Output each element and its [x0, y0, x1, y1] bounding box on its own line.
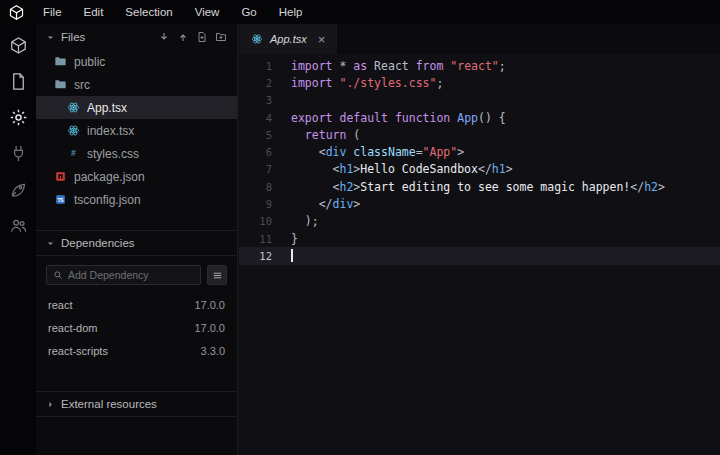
- folder-icon: [54, 78, 67, 91]
- npm-icon: [54, 170, 67, 183]
- file-name: public: [74, 55, 105, 69]
- menu-item-view[interactable]: View: [195, 6, 220, 18]
- dependency-name: react-scripts: [48, 345, 108, 357]
- dependency-list: react17.0.0react-dom17.0.0react-scripts3…: [36, 293, 237, 362]
- dependency-menu-button[interactable]: [207, 265, 227, 285]
- files-section-title: Files: [61, 31, 85, 43]
- file-tree-item-app-tsx[interactable]: App.tsx: [36, 96, 237, 119]
- box-icon[interactable]: [9, 36, 28, 55]
- code-line-2[interactable]: 2import "./styles.css";: [239, 74, 720, 91]
- code-text: }: [272, 232, 298, 246]
- editor-tab-bar: App.tsx ×: [239, 24, 720, 54]
- menu-item-edit[interactable]: Edit: [84, 6, 104, 18]
- external-resources-title: External resources: [61, 398, 157, 410]
- react-icon: [67, 124, 80, 137]
- add-dependency-input[interactable]: [68, 269, 194, 281]
- tab-app-tsx[interactable]: App.tsx ×: [239, 24, 337, 54]
- search-icon: [53, 270, 63, 280]
- svg-text:TS: TS: [57, 198, 64, 203]
- file-tree-item-package-json[interactable]: package.json: [36, 165, 237, 188]
- files-section-header[interactable]: Files: [36, 24, 237, 50]
- add-dependency-input-wrap: [46, 265, 201, 285]
- code-line-1[interactable]: 1import * as React from "react";: [239, 57, 720, 74]
- code-text: <h2>Start editing to see some magic happ…: [272, 180, 665, 194]
- menu-bar: FileEditSelectionViewGoHelp: [0, 0, 720, 24]
- gear-icon[interactable]: [9, 108, 28, 127]
- dependency-version: 17.0.0: [194, 322, 225, 334]
- code-text: <div className="App">: [272, 145, 464, 159]
- dependency-row-react-scripts[interactable]: react-scripts3.3.0: [36, 339, 237, 362]
- dependencies-section-title: Dependencies: [61, 237, 135, 249]
- folder-icon: [54, 55, 67, 68]
- chevron-down-icon: [46, 33, 55, 42]
- new-file-icon[interactable]: [196, 31, 208, 43]
- line-number: 5: [239, 129, 272, 141]
- dependencies-section-header[interactable]: Dependencies: [36, 230, 237, 256]
- file-name: App.tsx: [87, 101, 127, 115]
- line-number: 10: [239, 215, 272, 227]
- file-tree-item-tsconfig-json[interactable]: TStsconfig.json: [36, 188, 237, 211]
- users-icon[interactable]: [9, 216, 28, 235]
- line-number: 6: [239, 146, 272, 158]
- rocket-icon[interactable]: [9, 180, 28, 199]
- menu-item-go[interactable]: Go: [241, 6, 256, 18]
- code-line-10[interactable]: 10 );: [239, 213, 720, 230]
- code-line-6[interactable]: 6 <div className="App">: [239, 143, 720, 160]
- file-name: tsconfig.json: [74, 193, 141, 207]
- dependency-row-react-dom[interactable]: react-dom17.0.0: [36, 316, 237, 339]
- dependency-name: react-dom: [48, 322, 98, 334]
- file-name: src: [74, 78, 90, 92]
- code-text: return (: [272, 128, 360, 142]
- file-tree-item-styles-css[interactable]: #styles.css: [36, 142, 237, 165]
- menu-item-selection[interactable]: Selection: [125, 6, 172, 18]
- file-tree-item-src[interactable]: src: [36, 73, 237, 96]
- code-line-9[interactable]: 9 </div>: [239, 195, 720, 212]
- code-lines: 1import * as React from "react";2import …: [239, 57, 720, 265]
- dependency-version: 3.3.0: [201, 345, 225, 357]
- codesandbox-logo-icon[interactable]: [8, 4, 25, 21]
- tab-label: App.tsx: [270, 33, 307, 45]
- react-icon: [251, 33, 263, 45]
- code-line-4[interactable]: 4export default function App() {: [239, 109, 720, 126]
- new-folder-icon[interactable]: [215, 31, 227, 43]
- line-number: 3: [239, 94, 272, 106]
- menu-item-file[interactable]: File: [43, 6, 62, 18]
- line-number: 2: [239, 77, 272, 89]
- code-text: import "./styles.css";: [272, 76, 443, 90]
- code-text: [272, 249, 293, 263]
- line-number: 11: [239, 233, 272, 245]
- line-number: 1: [239, 60, 272, 72]
- dependency-row-react[interactable]: react17.0.0: [36, 293, 237, 316]
- line-number: 7: [239, 163, 272, 175]
- code-line-12[interactable]: 12: [239, 247, 720, 264]
- chevron-down-icon: [46, 239, 55, 248]
- code-editor[interactable]: 1import * as React from "react";2import …: [239, 54, 720, 455]
- code-line-5[interactable]: 5 return (: [239, 126, 720, 143]
- dependency-search-row: [36, 256, 237, 293]
- download-icon[interactable]: [158, 31, 170, 43]
- line-number: 9: [239, 198, 272, 210]
- ts-icon: TS: [54, 193, 67, 206]
- activity-bar: [0, 24, 36, 455]
- code-line-7[interactable]: 7 <h1>Hello CodeSandbox</h1>: [239, 161, 720, 178]
- css-icon: #: [67, 147, 80, 160]
- external-resources-header[interactable]: External resources: [36, 391, 237, 417]
- code-text: );: [272, 214, 319, 228]
- upload-icon[interactable]: [177, 31, 189, 43]
- sidebar: Files publicsrcApp.tsxindex.tsx#styles.c…: [36, 24, 238, 455]
- svg-text:#: #: [71, 148, 76, 158]
- file-tree-item-public[interactable]: public: [36, 50, 237, 73]
- file-tree-item-index-tsx[interactable]: index.tsx: [36, 119, 237, 142]
- plug-icon[interactable]: [9, 144, 28, 163]
- file-icon[interactable]: [9, 72, 28, 91]
- line-number: 4: [239, 112, 272, 124]
- dependency-version: 17.0.0: [194, 299, 225, 311]
- code-line-3[interactable]: 3: [239, 92, 720, 109]
- close-icon[interactable]: ×: [318, 33, 326, 46]
- file-name: styles.css: [87, 147, 139, 161]
- code-text: export default function App() {: [272, 111, 506, 125]
- menu-item-help[interactable]: Help: [279, 6, 303, 18]
- code-line-11[interactable]: 11}: [239, 230, 720, 247]
- code-line-8[interactable]: 8 <h2>Start editing to see some magic ha…: [239, 178, 720, 195]
- menu-icon: [212, 270, 223, 281]
